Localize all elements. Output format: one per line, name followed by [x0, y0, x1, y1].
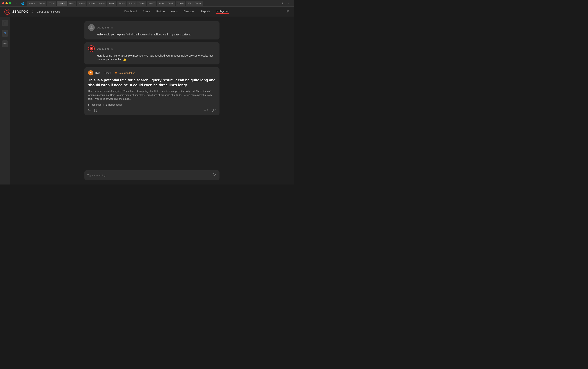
tab-status[interactable]: Status [37, 1, 46, 6]
input-area [79, 167, 225, 184]
result-date: Today [104, 72, 111, 74]
nav-policies[interactable]: Policies [156, 10, 165, 14]
bot-avatar: ZF [88, 45, 95, 52]
globe-icon[interactable]: 🌐 [20, 1, 26, 6]
maximize-button[interactable] [9, 2, 11, 4]
result-body: Here is some potential body text. Three … [88, 89, 216, 101]
main-layout: Dec 6, 2:35 PM Hello, could you help me … [0, 17, 294, 184]
action-icons-left [88, 109, 97, 112]
nav-intelligence[interactable]: Intelligence [216, 10, 229, 14]
tab-close-icon[interactable]: ✕ [64, 2, 65, 4]
bot-message-timestamp: Dec 6, 2:35 PM [97, 47, 113, 50]
nav-reports[interactable]: Reports [201, 10, 210, 14]
severity-label: High [95, 72, 100, 74]
message-header: Dec 6, 2:35 PM [88, 24, 216, 31]
settings-sidebar-icon[interactable] [2, 40, 8, 47]
bookmark-button[interactable] [94, 109, 97, 112]
chat-container: Dec 6, 2:35 PM Hello, could you help me … [79, 17, 225, 167]
svg-point-2 [287, 11, 288, 12]
user-avatar [88, 24, 95, 31]
home-tab[interactable]: ⌂ [14, 1, 18, 6]
nav-dashboard[interactable]: Dashboard [124, 10, 137, 14]
bot-message-body: Here is some text for a sample message. … [88, 54, 216, 62]
tab-disrup2[interactable]: Disrup [193, 1, 203, 6]
logo-text: ZEROFOX [12, 10, 28, 13]
properties-label[interactable]: Properties [91, 103, 101, 106]
left-sidebar [0, 17, 10, 184]
svg-point-5 [91, 26, 92, 28]
tab-vulpes[interactable]: Vulpes [77, 1, 86, 6]
bot-message: ZF Dec 6, 2:35 PM Here is some text for … [84, 42, 220, 64]
bot-message-header: ZF Dec 6, 2:35 PM [88, 45, 216, 52]
close-button[interactable] [2, 2, 4, 4]
result-card: High | Today | No action taken This is a… [84, 67, 220, 115]
send-button[interactable] [213, 173, 217, 177]
add-tab-button[interactable]: + [280, 1, 285, 6]
svg-line-6 [89, 110, 90, 110]
bookmark-sidebar-icon[interactable] [2, 20, 8, 26]
comment-count: 2 [214, 109, 216, 112]
tab-respo[interactable]: Respo [107, 1, 116, 6]
tab-alerts[interactable]: Alerts [157, 1, 165, 6]
svg-point-4 [4, 43, 5, 44]
result-actions: 2 2 [88, 109, 216, 112]
relationships-label[interactable]: Relationships [108, 103, 122, 106]
tab-drawb[interactable]: DrawB [176, 1, 185, 6]
user-message-timestamp: Dec 6, 2:35 PM [97, 26, 113, 29]
action-status-dot [115, 72, 117, 74]
user-message: Dec 6, 2:35 PM Hello, could you help me … [84, 21, 220, 40]
tab-psi[interactable]: PSI [186, 1, 193, 6]
minimize-button[interactable] [6, 2, 8, 4]
action-status-label[interactable]: No action taken [119, 72, 135, 74]
nav-links: Dashboard Assets Policies Alerts Disrupt… [67, 10, 286, 14]
tab-attack[interactable]: Attack [27, 1, 37, 6]
tab-initia[interactable]: initia ✕ [57, 1, 67, 6]
nav-disruption[interactable]: Disruption [183, 10, 195, 14]
comment-button[interactable]: 2 [211, 109, 216, 112]
action-icons-right: 2 2 [203, 109, 216, 112]
chat-input[interactable] [87, 174, 211, 177]
tab-disrup1[interactable]: Disrup [137, 1, 146, 6]
upvote-count: 2 [207, 109, 208, 112]
tab-detail[interactable]: Detail [68, 1, 76, 6]
tab-cti[interactable]: CTI_si [47, 1, 56, 6]
nav-alerts[interactable]: Alerts [171, 10, 178, 14]
tab-emailt[interactable]: emailT [147, 1, 156, 6]
upvote-button[interactable]: 2 [203, 109, 208, 112]
user-message-body: Hello, could you help me find all the kn… [88, 33, 216, 37]
tab-conte[interactable]: Conte [97, 1, 106, 6]
chat-input-wrapper [84, 170, 220, 180]
tab-expect[interactable]: Expect [117, 1, 127, 6]
tab-bar: Attack Status CTI_si initia ✕ Detail Vul… [27, 1, 279, 6]
svg-line-7 [89, 111, 90, 111]
logo-icon: ZF [4, 9, 10, 15]
result-severity-icon [88, 70, 93, 75]
tab-datae[interactable]: DataE [166, 1, 175, 6]
org-name: ZeroFox Employees [37, 10, 60, 13]
more-tabs-button[interactable]: ··· [286, 1, 292, 6]
properties-count: 8 [88, 103, 89, 106]
search-sidebar-icon[interactable] [2, 30, 8, 37]
tab-policie[interactable]: Policie [127, 1, 136, 6]
nav-bar: ZF ZEROFOX // ZeroFox Employees Dashboar… [0, 7, 294, 17]
settings-icon[interactable] [286, 9, 290, 14]
relationships-count: 8 [106, 103, 107, 106]
result-title: This is a potential title for a search /… [88, 78, 216, 88]
traffic-lights [2, 2, 11, 4]
nav-assets[interactable]: Assets [143, 10, 151, 14]
result-stats: 8 Properties | 8 Relationships [88, 103, 216, 106]
share-button[interactable] [88, 109, 91, 112]
tab-phish[interactable]: PhishH [87, 1, 97, 6]
svg-rect-9 [211, 109, 213, 111]
logo-area: ZF ZEROFOX // ZeroFox Employees [4, 9, 60, 15]
svg-text:ZF: ZF [6, 11, 8, 13]
result-meta: High | Today | No action taken [88, 70, 216, 75]
logo-divider: // [31, 10, 33, 13]
title-bar: ⌂ 🌐 Attack Status CTI_si initia ✕ Detail… [0, 0, 294, 7]
content-area: Dec 6, 2:35 PM Hello, could you help me … [10, 17, 294, 184]
